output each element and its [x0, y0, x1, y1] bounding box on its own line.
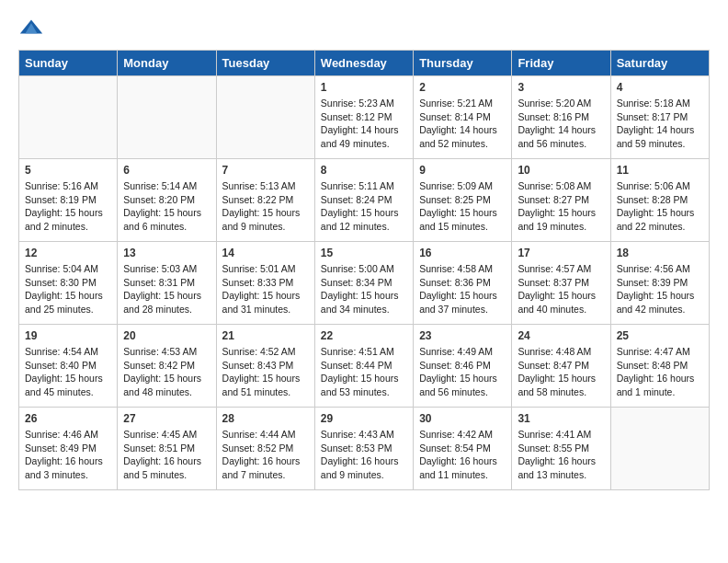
day-detail: Sunrise: 5:23 AM Sunset: 8:12 PM Dayligh… — [321, 97, 407, 151]
day-number: 19 — [25, 329, 111, 342]
calendar-cell: 17Sunrise: 4:57 AM Sunset: 8:37 PM Dayli… — [512, 242, 610, 325]
day-detail: Sunrise: 4:45 AM Sunset: 8:51 PM Dayligh… — [123, 428, 210, 482]
calendar-cell — [610, 408, 709, 490]
calendar-cell — [19, 76, 118, 159]
logo — [18, 15, 48, 40]
day-detail: Sunrise: 4:42 AM Sunset: 8:54 PM Dayligh… — [419, 428, 506, 482]
day-detail: Sunrise: 4:44 AM Sunset: 8:52 PM Dayligh… — [222, 428, 309, 482]
day-number: 18 — [617, 247, 703, 259]
calendar-week-row: 19Sunrise: 4:54 AM Sunset: 8:40 PM Dayli… — [19, 325, 710, 408]
day-detail: Sunrise: 5:13 AM Sunset: 8:22 PM Dayligh… — [222, 179, 309, 234]
day-detail: Sunrise: 4:56 AM Sunset: 8:39 PM Dayligh… — [617, 262, 703, 316]
calendar-cell: 15Sunrise: 5:00 AM Sunset: 8:34 PM Dayli… — [314, 242, 413, 325]
calendar-cell: 16Sunrise: 4:58 AM Sunset: 8:36 PM Dayli… — [414, 242, 512, 325]
day-number: 23 — [419, 329, 506, 342]
day-detail: Sunrise: 5:18 AM Sunset: 8:17 PM Dayligh… — [617, 97, 703, 151]
day-number: 8 — [321, 164, 407, 177]
calendar-cell: 5Sunrise: 5:16 AM Sunset: 8:19 PM Daylig… — [19, 159, 118, 242]
day-number: 16 — [419, 247, 506, 259]
day-number: 7 — [222, 164, 309, 177]
day-number: 24 — [518, 329, 604, 342]
day-number: 6 — [123, 164, 210, 177]
calendar-cell: 29Sunrise: 4:43 AM Sunset: 8:53 PM Dayli… — [314, 408, 413, 490]
day-number: 29 — [321, 412, 407, 425]
day-detail: Sunrise: 5:09 AM Sunset: 8:25 PM Dayligh… — [419, 179, 506, 234]
column-header-friday: Friday — [512, 51, 610, 76]
day-detail: Sunrise: 4:51 AM Sunset: 8:44 PM Dayligh… — [321, 345, 407, 399]
calendar-cell: 14Sunrise: 5:01 AM Sunset: 8:33 PM Dayli… — [216, 242, 314, 325]
day-detail: Sunrise: 4:49 AM Sunset: 8:46 PM Dayligh… — [419, 345, 506, 399]
day-number: 25 — [617, 329, 703, 342]
calendar-week-row: 12Sunrise: 5:04 AM Sunset: 8:30 PM Dayli… — [19, 242, 710, 325]
day-detail: Sunrise: 4:47 AM Sunset: 8:48 PM Dayligh… — [617, 345, 703, 399]
calendar-cell: 21Sunrise: 4:52 AM Sunset: 8:43 PM Dayli… — [216, 325, 314, 408]
day-detail: Sunrise: 4:41 AM Sunset: 8:55 PM Dayligh… — [518, 428, 604, 482]
day-detail: Sunrise: 5:08 AM Sunset: 8:27 PM Dayligh… — [518, 179, 604, 234]
calendar-cell: 30Sunrise: 4:42 AM Sunset: 8:54 PM Dayli… — [414, 408, 512, 490]
day-detail: Sunrise: 4:53 AM Sunset: 8:42 PM Dayligh… — [123, 345, 210, 399]
calendar-cell: 11Sunrise: 5:06 AM Sunset: 8:28 PM Dayli… — [610, 159, 709, 242]
page-header — [18, 15, 710, 40]
calendar-week-row: 1Sunrise: 5:23 AM Sunset: 8:12 PM Daylig… — [19, 76, 710, 159]
calendar-header-row: SundayMondayTuesdayWednesdayThursdayFrid… — [19, 51, 710, 76]
calendar-cell: 8Sunrise: 5:11 AM Sunset: 8:24 PM Daylig… — [314, 159, 413, 242]
calendar-week-row: 5Sunrise: 5:16 AM Sunset: 8:19 PM Daylig… — [19, 159, 710, 242]
column-header-wednesday: Wednesday — [314, 51, 413, 76]
calendar-cell: 6Sunrise: 5:14 AM Sunset: 8:20 PM Daylig… — [118, 159, 216, 242]
day-detail: Sunrise: 5:03 AM Sunset: 8:31 PM Dayligh… — [123, 262, 210, 316]
day-number: 28 — [222, 412, 309, 425]
day-number: 15 — [321, 247, 407, 259]
day-number: 3 — [518, 81, 604, 94]
day-number: 17 — [518, 247, 604, 259]
day-number: 14 — [222, 247, 309, 259]
column-header-tuesday: Tuesday — [216, 51, 314, 76]
calendar-cell: 28Sunrise: 4:44 AM Sunset: 8:52 PM Dayli… — [216, 408, 314, 490]
day-detail: Sunrise: 5:21 AM Sunset: 8:14 PM Dayligh… — [419, 97, 506, 151]
day-number: 12 — [25, 247, 111, 259]
day-number: 2 — [419, 81, 506, 94]
day-number: 13 — [123, 247, 210, 259]
calendar-cell: 3Sunrise: 5:20 AM Sunset: 8:16 PM Daylig… — [512, 76, 610, 159]
calendar-cell: 24Sunrise: 4:48 AM Sunset: 8:47 PM Dayli… — [512, 325, 610, 408]
calendar-cell: 20Sunrise: 4:53 AM Sunset: 8:42 PM Dayli… — [118, 325, 216, 408]
calendar-cell: 1Sunrise: 5:23 AM Sunset: 8:12 PM Daylig… — [314, 76, 413, 159]
day-detail: Sunrise: 5:04 AM Sunset: 8:30 PM Dayligh… — [25, 262, 111, 316]
day-number: 22 — [321, 329, 407, 342]
calendar-cell — [118, 76, 216, 159]
column-header-saturday: Saturday — [610, 51, 709, 76]
day-number: 11 — [617, 164, 703, 177]
day-number: 31 — [518, 412, 604, 425]
day-detail: Sunrise: 5:11 AM Sunset: 8:24 PM Dayligh… — [321, 179, 407, 234]
column-header-thursday: Thursday — [414, 51, 512, 76]
day-detail: Sunrise: 4:57 AM Sunset: 8:37 PM Dayligh… — [518, 262, 604, 316]
day-detail: Sunrise: 5:14 AM Sunset: 8:20 PM Dayligh… — [123, 179, 210, 234]
calendar-table: SundayMondayTuesdayWednesdayThursdayFrid… — [18, 50, 710, 490]
calendar-cell: 10Sunrise: 5:08 AM Sunset: 8:27 PM Dayli… — [512, 159, 610, 242]
day-detail: Sunrise: 4:43 AM Sunset: 8:53 PM Dayligh… — [321, 428, 407, 482]
day-detail: Sunrise: 4:54 AM Sunset: 8:40 PM Dayligh… — [25, 345, 111, 399]
column-header-sunday: Sunday — [19, 51, 118, 76]
calendar-cell: 26Sunrise: 4:46 AM Sunset: 8:49 PM Dayli… — [19, 408, 118, 490]
calendar-cell: 13Sunrise: 5:03 AM Sunset: 8:31 PM Dayli… — [118, 242, 216, 325]
calendar-cell: 2Sunrise: 5:21 AM Sunset: 8:14 PM Daylig… — [414, 76, 512, 159]
calendar-cell: 7Sunrise: 5:13 AM Sunset: 8:22 PM Daylig… — [216, 159, 314, 242]
day-detail: Sunrise: 5:16 AM Sunset: 8:19 PM Dayligh… — [25, 179, 111, 234]
day-detail: Sunrise: 4:52 AM Sunset: 8:43 PM Dayligh… — [222, 345, 309, 399]
day-number: 27 — [123, 412, 210, 425]
logo-icon — [18, 15, 44, 40]
day-number: 10 — [518, 164, 604, 177]
day-number: 26 — [25, 412, 111, 425]
calendar-cell: 18Sunrise: 4:56 AM Sunset: 8:39 PM Dayli… — [610, 242, 709, 325]
day-number: 4 — [617, 81, 703, 94]
day-number: 5 — [25, 164, 111, 177]
calendar-week-row: 26Sunrise: 4:46 AM Sunset: 8:49 PM Dayli… — [19, 408, 710, 490]
day-detail: Sunrise: 5:01 AM Sunset: 8:33 PM Dayligh… — [222, 262, 309, 316]
day-detail: Sunrise: 5:06 AM Sunset: 8:28 PM Dayligh… — [617, 179, 703, 234]
calendar-cell: 19Sunrise: 4:54 AM Sunset: 8:40 PM Dayli… — [19, 325, 118, 408]
column-header-monday: Monday — [118, 51, 216, 76]
day-detail: Sunrise: 4:48 AM Sunset: 8:47 PM Dayligh… — [518, 345, 604, 399]
calendar-cell: 31Sunrise: 4:41 AM Sunset: 8:55 PM Dayli… — [512, 408, 610, 490]
calendar-cell: 9Sunrise: 5:09 AM Sunset: 8:25 PM Daylig… — [414, 159, 512, 242]
calendar-cell: 23Sunrise: 4:49 AM Sunset: 8:46 PM Dayli… — [414, 325, 512, 408]
calendar-cell: 25Sunrise: 4:47 AM Sunset: 8:48 PM Dayli… — [610, 325, 709, 408]
